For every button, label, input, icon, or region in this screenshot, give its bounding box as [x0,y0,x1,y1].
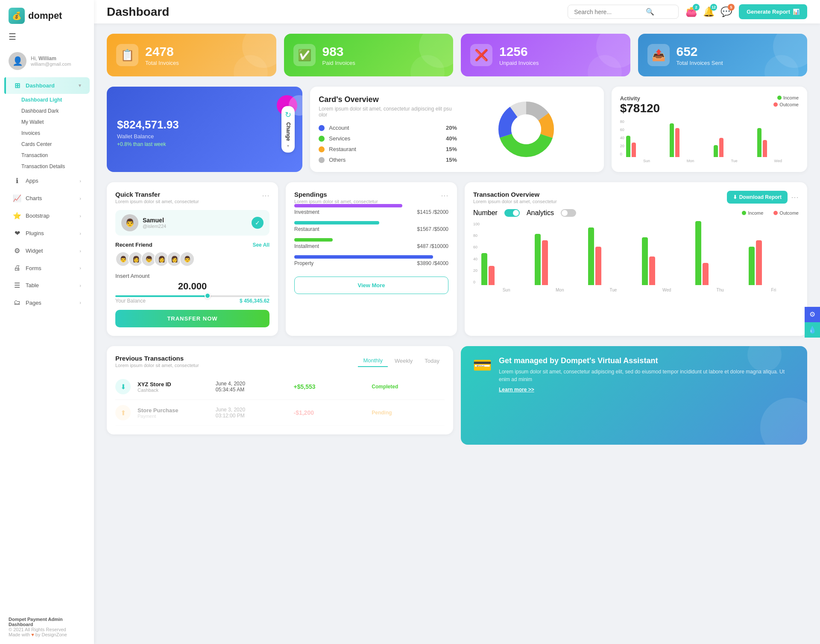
sidebar-item-widget[interactable]: ⚙ Widget › [4,242,90,259]
download-report-button[interactable]: ⬇ Download Report [727,191,788,204]
sidebar-sub-cards-center[interactable]: Cards Center [17,139,94,150]
bar-mon-outcome [675,128,679,157]
view-more-button[interactable]: View More [294,277,448,294]
bar-group-thu [695,221,745,285]
amount-label: Insert Amount [115,273,269,279]
activity-legend: Income Outcome [773,95,799,107]
spending-dots-menu[interactable]: ⋯ [441,191,448,200]
sidebar-item-apps[interactable]: ℹ Apps › [4,172,90,189]
toggle-number[interactable] [504,209,520,217]
user-email: william@gmail.com [31,61,71,67]
spending-items: Investment $1415 /$2000 Restaurant $1567… [294,204,448,266]
legend-income: Income [777,95,799,100]
page-title: Dashboard [107,5,561,19]
stat-label-unpaid: Unpaid Invoices [499,60,539,66]
spending-amounts: $1567 /$5000 [417,226,448,232]
outcome-legend-dot [773,211,778,215]
spending-amounts: $3890 /$4000 [417,260,448,266]
toggle-analytics[interactable] [561,209,576,217]
see-all-link[interactable]: See All [252,242,269,248]
footer-made-with: Made with ♥ by DesignZone [9,632,85,637]
va-learn-more-link[interactable]: Learn more >> [499,387,534,393]
transaction-chart-area: 100 80 60 40 20 0 [473,221,799,292]
income-dot [777,96,782,100]
sidebar-sub-my-wallet[interactable]: My Wallet [17,117,94,128]
header: Dashboard 🔍 👛 2 🔔 12 💬 5 Generate Report… [94,0,820,23]
item-label: Account [329,125,442,131]
dots-menu-icon[interactable]: ⋯ [262,191,269,200]
stat-card-unpaid-invoices: ❌ 1256 Unpaid Invoices [461,34,630,76]
generate-report-button[interactable]: Generate Report 📊 [739,4,807,19]
sidebar-item-forms[interactable]: 🖨 Forms › [4,260,90,276]
recent-friend-label: Recent Friend [115,242,152,248]
sidebar-item-bootstrap[interactable]: ⭐ Bootstrap › [4,207,90,224]
settings-tab[interactable]: ⚙ [805,307,820,322]
amount-slider[interactable] [115,295,269,297]
selected-user-handle: @islem224 [143,224,166,229]
chat-button[interactable]: 💬 5 [720,6,732,17]
sidebar-item-pages[interactable]: 🗂 Pages › [4,294,90,311]
sidebar-item-charts[interactable]: 📈 Charts › [4,190,90,207]
sidebar-item-label: Dashboard [26,82,55,89]
sidebar-item-label: Charts [26,195,42,201]
dashboard-submenu: Dashboard Light Dashboard Dark My Wallet… [0,94,94,172]
transfer-now-button[interactable]: TRANSFER NOW [115,310,269,327]
stat-number-sent: 652 [676,44,723,59]
sidebar-sub-invoices[interactable]: Invoices [17,128,94,139]
friend-avatar[interactable]: 👨 [179,251,195,267]
chevron-right-icon: › [79,265,81,271]
to-desc: Lorem ipsum dolor sit amet, consectetur [473,199,557,204]
tab-monthly[interactable]: Monthly [358,355,388,367]
change-button[interactable]: ↻ Change ▾ [281,106,295,152]
selected-user-card[interactable]: 👨 Samuel @islem224 ✓ [115,210,269,236]
logo-text: dompet [28,10,62,21]
hamburger-menu[interactable]: ☰ [0,32,94,47]
sidebar-item-label: Pages [26,300,41,306]
generate-report-label: Generate Report [747,9,790,15]
spendings-card: Spendings Lorem ipsum dolor sit amet, co… [286,182,457,336]
table-icon: ☰ [13,281,21,289]
restaurant-bar [294,221,379,224]
to-dots-menu[interactable]: ⋯ [791,192,799,202]
charts-icon: 📈 [13,194,21,202]
chart-bar-icon: 📊 [793,9,800,15]
tab-today[interactable]: Today [419,355,445,367]
sidebar-item-table[interactable]: ☰ Table › [4,277,90,294]
notification-button[interactable]: 🔔 12 [703,6,715,17]
footer-copyright: © 2021 All Rights Reserved [9,627,85,632]
wallet-icon-button[interactable]: 👛 2 [685,6,697,17]
bar-tue-income [714,145,718,157]
bar-sun-income [626,136,630,157]
bar-chart-area [626,119,799,157]
stats-row: 📋 2478 Total Invoices ✅ 983 Paid Invoice… [107,34,807,76]
spending-amounts: $1415 /$2000 [417,209,448,215]
stat-icon-sent: 📤 [647,44,670,66]
bar-wed-income [757,128,761,157]
chevron-right-icon: › [79,178,81,184]
change-label: Change [285,122,291,141]
to-bars [481,221,799,285]
sidebar-sub-transaction[interactable]: Transaction [17,150,94,161]
sidebar: 💰 dompet ☰ 👤 Hi, William william@gmail.c… [0,0,94,644]
theme-tab[interactable]: 💧 [805,322,820,338]
sidebar-sub-transaction-details[interactable]: Transaction Details [17,161,94,172]
refresh-icon: ↻ [285,110,291,119]
chevron-right-icon: › [79,231,81,236]
spending-label: Property [294,260,313,266]
sidebar-item-dashboard[interactable]: ⊞ Dashboard ▾ [4,77,90,94]
tab-weekly[interactable]: Weekly [390,355,418,367]
tx-time: 05:34:45 AM [216,387,289,393]
search-bar[interactable]: 🔍 [568,5,679,19]
legend-outcome: Outcome [773,210,799,216]
outcome-dot [773,102,778,107]
search-input[interactable] [574,9,642,15]
item-pct: 15% [446,157,457,163]
item-label: Services [329,135,442,142]
sidebar-sub-dashboard-dark[interactable]: Dashboard Dark [17,105,94,117]
transaction-row: ⬆ Store Purchase Payment June 3, 2020 03… [115,400,445,426]
sidebar-item-plugins[interactable]: ❤ Plugins › [4,225,90,242]
cards-overview-card: Card's Overview Lorem ipsum dolor sit am… [310,87,603,172]
forms-icon: 🖨 [13,264,21,272]
sidebar-sub-dashboard-light[interactable]: Dashboard Light [17,94,94,105]
qt-desc: Lorem ipsum dolor sit amet, consectetur [115,199,199,204]
